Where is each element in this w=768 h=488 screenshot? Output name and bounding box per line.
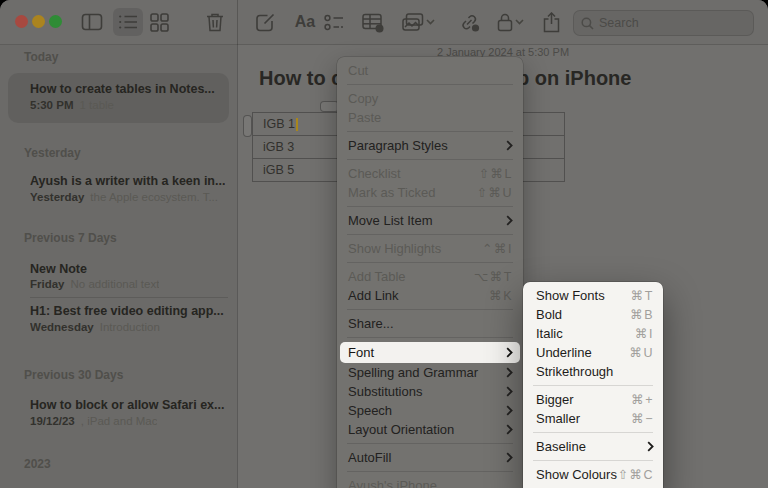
- font-submenu: Show Fonts⌘T Bold⌘B Italic⌘I Underline⌘U…: [523, 282, 663, 488]
- sidebar-divider: [237, 0, 238, 488]
- menu-separator: [533, 432, 653, 433]
- checklist-button[interactable]: [319, 8, 349, 36]
- lock-chevron-down-icon[interactable]: [515, 19, 524, 25]
- section-header-today: Today: [24, 50, 58, 64]
- gallery-view-button[interactable]: [144, 8, 174, 36]
- toolbar: Aa: [0, 0, 768, 45]
- gallery-view-icon: [150, 13, 169, 32]
- search-input[interactable]: Search: [573, 10, 754, 36]
- table-row-handle[interactable]: [243, 115, 252, 137]
- menu-item-mark-as-ticked: Mark as Ticked⇧⌘U: [337, 183, 523, 202]
- menu-item-move-list-item[interactable]: Move List Item: [337, 211, 523, 230]
- menu-separator: [347, 309, 513, 310]
- submenu-item-underline[interactable]: Underline⌘U: [523, 343, 663, 362]
- menu-item-copy: Copy: [337, 89, 523, 108]
- submenu-chevron-icon: [506, 140, 513, 151]
- menu-item-add-link[interactable]: Add Link⌘K: [337, 286, 523, 305]
- share-button[interactable]: [536, 8, 566, 36]
- menu-item-autofill[interactable]: AutoFill: [337, 448, 523, 467]
- note-item-meta: WednesdayIntroduction: [30, 321, 160, 333]
- media-button[interactable]: [398, 8, 428, 36]
- sidebar-icon: [81, 13, 103, 31]
- submenu-chevron-icon: [647, 441, 654, 452]
- menu-item-checklist: Checklist⇧⌘L: [337, 164, 523, 183]
- note-item-title[interactable]: How to block or allow Safari ex...: [30, 398, 225, 412]
- menu-item-layout-orientation[interactable]: Layout Orientation: [337, 420, 523, 439]
- search-icon: [581, 17, 594, 30]
- menu-item-share[interactable]: Share...: [337, 314, 523, 333]
- menu-separator: [347, 337, 513, 338]
- text-caret: [296, 118, 298, 131]
- submenu-chevron-icon: [506, 367, 513, 378]
- context-menu: Cut Copy Paste Paragraph Styles Checklis…: [337, 57, 523, 488]
- section-header-2023: 2023: [24, 457, 51, 471]
- close-window-button[interactable]: [15, 15, 28, 28]
- menu-item-font[interactable]: Font: [340, 342, 520, 363]
- list-view-button[interactable]: [113, 8, 143, 36]
- submenu-item-show-fonts[interactable]: Show Fonts⌘T: [523, 286, 663, 305]
- menu-separator: [347, 234, 513, 235]
- share-icon: [543, 12, 560, 33]
- list-view-icon: [118, 14, 138, 30]
- note-divider: [30, 297, 228, 298]
- format-aa-icon: Aa: [295, 13, 315, 31]
- table-icon: [362, 12, 384, 33]
- new-note-button[interactable]: [250, 8, 280, 36]
- menu-item-substitutions[interactable]: Substitutions: [337, 382, 523, 401]
- note-item-title[interactable]: Ayush is a writer with a keen in...: [30, 174, 225, 188]
- submenu-chevron-icon: [506, 405, 513, 416]
- table-button[interactable]: [358, 8, 388, 36]
- note-item-meta: 5:30 PM1 table: [30, 99, 114, 111]
- menu-item-add-table: Add Table⌥⌘T: [337, 267, 523, 286]
- submenu-item-bold[interactable]: Bold⌘B: [523, 305, 663, 324]
- submenu-item-baseline[interactable]: Baseline: [523, 437, 663, 456]
- lock-icon: [497, 12, 513, 32]
- submenu-item-smaller[interactable]: Smaller⌘−: [523, 409, 663, 428]
- zoom-window-button[interactable]: [49, 15, 62, 28]
- menu-separator: [347, 443, 513, 444]
- menu-item-ayushs-iphone: Ayush's iPhone: [337, 476, 523, 488]
- note-item-title[interactable]: H1: Best free video editing app...: [30, 304, 224, 318]
- submenu-item-italic[interactable]: Italic⌘I: [523, 324, 663, 343]
- media-chevron-down-icon[interactable]: [426, 19, 435, 25]
- note-list-item-selected[interactable]: [8, 73, 229, 123]
- note-item-title[interactable]: New Note: [30, 262, 87, 276]
- submenu-item-show-colours[interactable]: Show Colours⇧⌘C: [523, 465, 663, 484]
- submenu-chevron-icon: [506, 424, 513, 435]
- submenu-chevron-icon: [506, 215, 513, 226]
- section-header-previous-30-days: Previous 30 Days: [24, 368, 123, 382]
- section-header-yesterday: Yesterday: [24, 146, 81, 160]
- submenu-chevron-icon: [506, 386, 513, 397]
- format-button[interactable]: Aa: [290, 8, 320, 36]
- notes-window: Aa: [0, 0, 768, 488]
- photos-icon: [402, 13, 424, 32]
- note-item-meta: 19/12/23, iPad and Mac: [30, 415, 157, 427]
- submenu-item-strikethrough[interactable]: Strikethrough: [523, 362, 663, 381]
- compose-icon: [255, 12, 276, 33]
- menu-item-speech[interactable]: Speech: [337, 401, 523, 420]
- add-link-button[interactable]: [454, 8, 484, 36]
- toggle-sidebar-button[interactable]: [77, 8, 107, 36]
- menu-separator: [347, 131, 513, 132]
- menu-separator: [347, 471, 513, 472]
- menu-item-spelling-and-grammar[interactable]: Spelling and Grammar: [337, 363, 523, 382]
- submenu-chevron-icon: [506, 452, 513, 463]
- note-item-meta: FridayNo additional text: [30, 278, 159, 290]
- menu-separator: [347, 159, 513, 160]
- menu-separator: [533, 460, 653, 461]
- menu-item-show-highlights: Show Highlights⌃⌘I: [337, 239, 523, 258]
- minimize-window-button[interactable]: [32, 15, 45, 28]
- menu-item-cut: Cut: [337, 61, 523, 80]
- note-item-title: How to create tables in Notes...: [30, 82, 215, 96]
- submenu-item-bigger[interactable]: Bigger⌘+: [523, 390, 663, 409]
- checklist-icon: [324, 14, 344, 31]
- menu-separator: [347, 84, 513, 85]
- note-title-continued: p on iPhone: [517, 67, 631, 90]
- menu-separator: [347, 206, 513, 207]
- search-placeholder: Search: [599, 16, 639, 30]
- delete-note-button[interactable]: [200, 8, 230, 36]
- menu-item-paragraph-styles[interactable]: Paragraph Styles: [337, 136, 523, 155]
- menu-separator: [533, 385, 653, 386]
- section-header-previous-7-days: Previous 7 Days: [24, 231, 117, 245]
- menu-separator: [347, 262, 513, 263]
